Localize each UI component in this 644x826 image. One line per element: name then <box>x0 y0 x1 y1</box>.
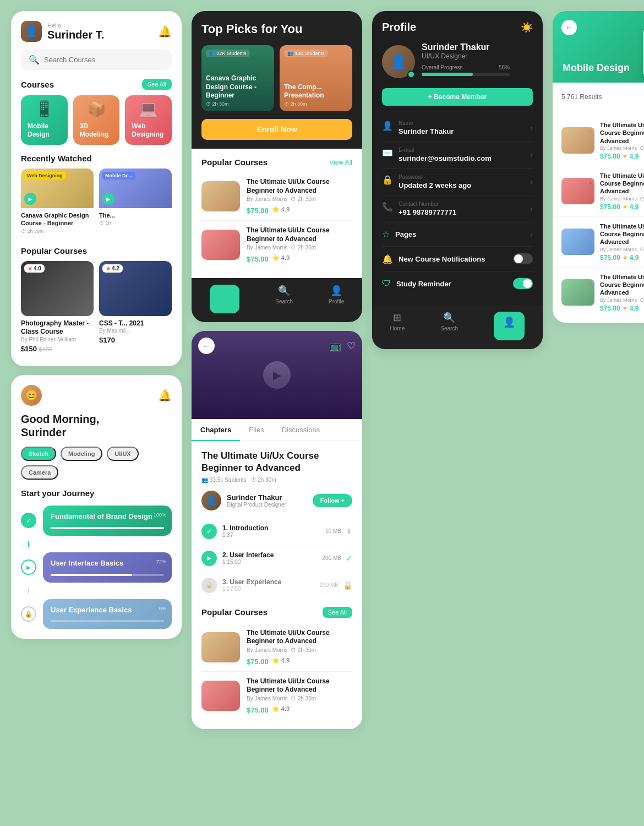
course-meta: By James Morris ⏱ 2h 30m <box>247 695 352 702</box>
favorite-icon[interactable]: ♡ <box>347 340 356 352</box>
watch-item[interactable]: Mobile De... ▶ The... ⏱ 1h <box>99 169 172 237</box>
profile-header: Profile ☀️ <box>382 21 533 34</box>
course-tile-3d-modeling[interactable]: 📦 3D Modeling <box>73 95 120 145</box>
tab-files[interactable]: Files <box>240 419 272 441</box>
chapter-item[interactable]: ✓ 1. Introduction 1:37 10 MB ⬇ <box>201 518 352 545</box>
chapter-check-play: ▶ <box>201 551 217 566</box>
chapter-check-lock: 🔒 <box>201 578 217 593</box>
course-list-item[interactable]: The Ultimate Ui/Ux Course Beginner to Ad… <box>201 623 352 672</box>
search-input[interactable] <box>44 56 164 64</box>
profile-card: Profile ☀️ 👤 Surinder Thakur UI/UX Desig… <box>372 11 543 349</box>
watch-title: Canava Graphic Design Course - Beginner <box>21 211 94 227</box>
profile-field-content: Contact Number +91 98789777771 <box>399 201 456 216</box>
chapter-left: 🔒 3. User Experience 1:27:00 <box>201 578 281 593</box>
watch-item[interactable]: Web Designing ▶ Canava Graphic Design Co… <box>21 169 94 237</box>
chapter-right: 10 MB ⬇ <box>325 527 352 536</box>
rating-value: 4.2 <box>112 265 119 271</box>
progress-section: Overall Progress 58% <box>422 64 510 76</box>
tag-sketch[interactable]: Sketch <box>21 447 56 461</box>
reminder-label: Study Reminder <box>396 280 451 288</box>
become-member-button[interactable]: + Become Member <box>382 88 533 106</box>
course-rating: ⭐ 4.9 <box>272 206 290 213</box>
field-label: Name <box>399 120 454 126</box>
search-course-item[interactable]: ♡ The Ultimate Ui/Ux Course Beginner to … <box>553 217 644 268</box>
course-detail-card: ← 📺 ♡ ▶ Chapters Files Discussions The U… <box>192 331 362 729</box>
profile-field-name[interactable]: 👤 Name Surinder Thakur › <box>382 115 533 142</box>
course-title: The Ultimate Ui/Ux Course Beginner to Ad… <box>247 178 352 195</box>
profile-role: UI/UX Designer <box>422 52 510 60</box>
nav-profile[interactable]: 👤 Profile <box>494 312 525 340</box>
nav-home[interactable]: ⊞ Home <box>210 285 240 313</box>
tag-camera[interactable]: Camera <box>21 465 58 480</box>
search-title: The Ultimate Ui/Ux Course Beginner to Ad… <box>600 172 644 195</box>
search-course-item[interactable]: ♡ The Ultimate Ui/Ux Course Beginner to … <box>553 116 644 166</box>
chapter-item: 🔒 3. User Experience 1:27:00 230 MB 🔒 <box>201 572 352 599</box>
journey-connector <box>28 588 29 594</box>
lock-icon: 🔒 <box>382 175 393 185</box>
profile-field-password[interactable]: 🔒 Password Updated 2 weeks ago › <box>382 169 533 195</box>
search-course-item[interactable]: ♥ The Ultimate Ui/Ux Course Beginner to … <box>553 166 644 217</box>
search-meta: By James Morris ⏱ 2h 30m <box>600 145 644 151</box>
course-tabs: Chapters Files Discussions <box>192 419 362 441</box>
pick-item[interactable]: 👥 13K Students The Comp... Presentation … <box>280 45 352 111</box>
watch-grid: Web Designing ▶ Canava Graphic Design Co… <box>21 169 172 237</box>
tab-discussions[interactable]: Discussions <box>273 419 329 441</box>
chevron-right-icon: › <box>530 204 533 213</box>
profile-avatar: 👤 <box>382 45 415 78</box>
see-all-button[interactable]: See All <box>323 607 352 618</box>
tile-label: Web Designing <box>132 122 165 138</box>
notifications-toggle[interactable] <box>513 253 533 264</box>
journey-card-title: User Experience Basics <box>51 606 164 615</box>
tag-modeling[interactable]: Modeling <box>61 447 102 461</box>
tag-uiux[interactable]: UI/UX <box>107 447 138 461</box>
course-list-item[interactable]: The Ultimate Ui/Ux Course Beginner to Ad… <box>201 221 352 269</box>
chapter-size: 200 MB <box>323 555 341 561</box>
tab-chapters[interactable]: Chapters <box>192 419 240 441</box>
home-icon: ⊞ <box>220 289 228 301</box>
profile-field-content: Password Updated 2 weeks ago <box>399 174 471 189</box>
profile-pages-row[interactable]: ☆ Pages › <box>382 222 533 247</box>
course-tile-web-design[interactable]: 💻 Web Designing <box>125 95 172 145</box>
nav-home[interactable]: ⊞ Home <box>390 312 405 340</box>
morning-title: Good Morning, Surinder <box>21 412 172 439</box>
play-button[interactable]: ▶ <box>102 193 114 205</box>
back-button[interactable]: ← <box>198 338 215 354</box>
reminder-toggle[interactable] <box>513 278 533 289</box>
play-button[interactable]: ▶ <box>24 193 36 205</box>
search-course-item[interactable]: ♡ The Ultimate Ui/Ux Course Beginner to … <box>553 268 644 318</box>
download-icon[interactable]: ⬇ <box>346 527 352 536</box>
chapter-item[interactable]: ▶ 2. User Interface 1:15:00 200 MB ✓ <box>201 545 352 572</box>
journey-card[interactable]: Fundamental of Brand Design 100% <box>43 506 172 536</box>
profile-field-phone[interactable]: 📞 Contact Number +91 98789777771 › <box>382 195 533 222</box>
notification-bell-icon[interactable]: 🔔 <box>158 25 172 38</box>
cast-icon[interactable]: 📺 <box>329 340 341 352</box>
pick-item[interactable]: 👥 22K Students Canava Graphic Design Cou… <box>201 45 274 111</box>
see-all-button[interactable]: See All <box>142 79 172 90</box>
profile-name: Surinder Thakur <box>422 42 510 52</box>
profile-field-content: Name Surinder Thakur <box>399 120 454 135</box>
nav-profile[interactable]: 👤 Profile <box>329 285 344 313</box>
profile-reminder-row: 🛡 Study Reminder <box>382 271 533 296</box>
theme-toggle-icon[interactable]: ☀️ <box>521 21 533 34</box>
enroll-button[interactable]: Enroll Now <box>201 119 352 140</box>
journey-card[interactable]: User Interface Basics 72% <box>43 552 172 583</box>
course-list-item[interactable]: The Ultimate Ui/Ux Course Beginner to Ad… <box>201 672 352 720</box>
search-thumb: ♡ <box>561 127 594 154</box>
follow-button[interactable]: Follow + <box>313 494 352 507</box>
field-label: Contact Number <box>399 201 456 207</box>
view-all-link[interactable]: View All <box>329 159 352 166</box>
chapter-title: 2. User Interface <box>222 551 274 559</box>
progress-bar-fill <box>422 73 473 76</box>
popular-item[interactable]: ★ 4.0 Photography Master - Class Course … <box>21 261 94 356</box>
nav-search[interactable]: 🔍 Search <box>275 285 293 313</box>
course-tile-mobile-design[interactable]: 📱 Mobile Design <box>21 95 68 145</box>
profile-field-left: 📞 Contact Number +91 98789777771 <box>382 201 456 216</box>
notification-bell-icon[interactable]: 🔔 <box>158 389 172 402</box>
course-list-item[interactable]: The Ultimate Ui/Ux Course Beginner to Ad… <box>201 172 352 221</box>
nav-search[interactable]: 🔍 Search <box>440 312 458 340</box>
pick-title: The Comp... Presentation <box>284 83 348 100</box>
journey-percent: 72% <box>156 559 166 564</box>
popular-item[interactable]: ★ 4.2 CSS - T... 2021 By Maximil... $170 <box>99 261 172 356</box>
profile-field-email[interactable]: ✉️ E-mail surinder@osumstudio.com › <box>382 142 533 169</box>
back-button[interactable]: ← <box>561 20 577 35</box>
